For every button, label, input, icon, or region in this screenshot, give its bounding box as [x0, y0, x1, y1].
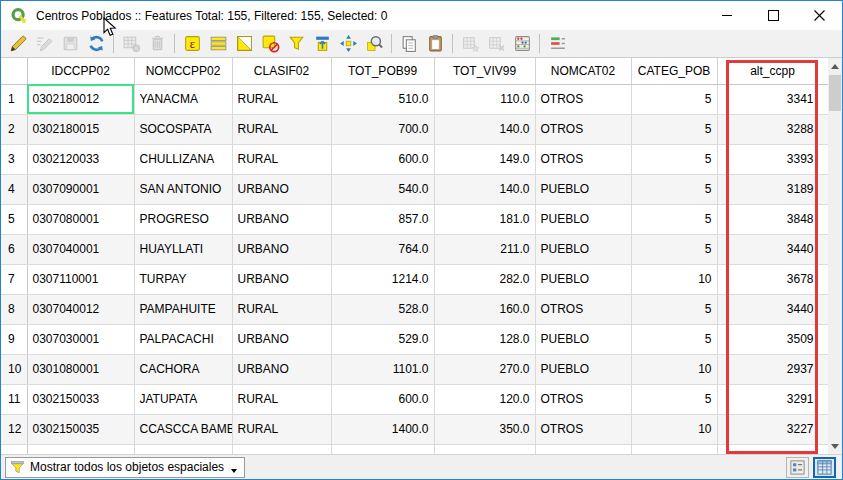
cell[interactable]: 600.0	[331, 144, 434, 174]
cell[interactable]: 3227	[717, 414, 828, 444]
row-number[interactable]: 5	[1, 204, 27, 234]
cell[interactable]: 3848	[717, 204, 828, 234]
cell[interactable]: 1400.0	[331, 414, 434, 444]
cell[interactable]	[717, 444, 828, 454]
cell[interactable]: 0307030001	[27, 324, 134, 354]
cell[interactable]: 140.0	[434, 174, 535, 204]
row-number[interactable]: 10	[1, 354, 27, 384]
cell[interactable]: 857.0	[331, 204, 434, 234]
row-number[interactable]: 2	[1, 114, 27, 144]
cell[interactable]: 1197.0	[331, 444, 434, 454]
cell[interactable]: 0302120033	[27, 144, 134, 174]
cell[interactable]: URBANO	[232, 324, 331, 354]
cell[interactable]: HUAYLLATI	[134, 234, 232, 264]
cell[interactable]: 211.0	[434, 234, 535, 264]
zoom-to-selected-button[interactable]	[361, 32, 387, 56]
filter-select-form-button[interactable]	[283, 32, 309, 56]
cell[interactable]: 0301080001	[27, 354, 134, 384]
cell[interactable]: OTROS	[535, 114, 631, 144]
cell[interactable]: 3440	[717, 294, 828, 324]
row-number[interactable]: 6	[1, 234, 27, 264]
cell[interactable]: 3189	[717, 174, 828, 204]
cell[interactable]: 110.0	[434, 84, 535, 114]
form-view-button[interactable]	[786, 457, 809, 478]
cell[interactable]: 0307080001	[27, 204, 134, 234]
cell[interactable]: OTROS	[535, 384, 631, 414]
feature-filter-button[interactable]: Mostrar todos los objetos espaciales	[5, 457, 245, 478]
cell[interactable]: URBANO	[232, 444, 331, 454]
cell[interactable]: RURAL	[232, 414, 331, 444]
cell[interactable]: 5	[631, 174, 717, 204]
move-selection-top-button[interactable]	[309, 32, 335, 56]
cell[interactable]: 149.0	[434, 144, 535, 174]
cell[interactable]: 0307090001	[27, 174, 134, 204]
cell[interactable]: YANACMA	[134, 84, 232, 114]
cell[interactable]: 529.0	[331, 324, 434, 354]
minimize-button[interactable]	[704, 1, 750, 30]
cell[interactable]: 0302150033	[27, 384, 134, 414]
cell[interactable]: 3678	[717, 264, 828, 294]
column-header-NOMCCPP02[interactable]: NOMCCPP02	[134, 58, 232, 84]
cell[interactable]: 247.0	[434, 444, 535, 454]
cell[interactable]: SAN ANTONIO	[134, 174, 232, 204]
invert-selection-button[interactable]	[231, 32, 257, 56]
cell[interactable]: PUEBLO	[535, 174, 631, 204]
cell[interactable]: 0302180015	[27, 114, 134, 144]
column-header-CLASIF02[interactable]: CLASIF02	[232, 58, 331, 84]
cell[interactable]: 5	[631, 114, 717, 144]
table-view-button[interactable]	[813, 457, 836, 478]
row-number[interactable]: 9	[1, 324, 27, 354]
cell[interactable]: RURAL	[232, 144, 331, 174]
cell[interactable]: OTROS	[535, 144, 631, 174]
cell[interactable]: PROGRESO	[134, 204, 232, 234]
cell[interactable]: PUEBLO	[535, 204, 631, 234]
deselect-all-button[interactable]	[257, 32, 283, 56]
cell[interactable]: RURAL	[232, 294, 331, 324]
cell[interactable]: 5	[631, 294, 717, 324]
cell[interactable]: 3341	[717, 84, 828, 114]
scroll-down-icon[interactable]	[828, 438, 842, 454]
cell[interactable]: 10	[631, 414, 717, 444]
cell[interactable]: 600.0	[331, 384, 434, 414]
pan-to-selected-button[interactable]	[335, 32, 361, 56]
cell[interactable]: 10	[631, 444, 717, 454]
cell[interactable]: 528.0	[331, 294, 434, 324]
select-by-expression-button[interactable]: ε	[179, 32, 205, 56]
cell[interactable]: PUEBLO	[535, 264, 631, 294]
toggle-editing-button[interactable]	[5, 32, 31, 56]
cell[interactable]: 3393	[717, 144, 828, 174]
column-header-TOT_VIV99[interactable]: TOT_VIV99	[434, 58, 535, 84]
cell[interactable]: RURAL	[232, 84, 331, 114]
cell[interactable]: PUEBLO	[535, 324, 631, 354]
cell[interactable]: 140.0	[434, 114, 535, 144]
cell[interactable]: RURAL	[232, 384, 331, 414]
cell[interactable]: PALPACACHI	[134, 324, 232, 354]
cell[interactable]: 0307040012	[27, 294, 134, 324]
close-button[interactable]	[796, 1, 842, 30]
cell[interactable]: SOCOSPATA	[134, 114, 232, 144]
cell[interactable]: 0301050001	[27, 444, 134, 454]
cell[interactable]: URBANO	[232, 204, 331, 234]
cell[interactable]: 3440	[717, 234, 828, 264]
current-cell[interactable]: 0302180012	[27, 84, 134, 114]
cell[interactable]: TURPAY	[134, 264, 232, 294]
cell[interactable]: 0307110001	[27, 264, 134, 294]
cell[interactable]: 350.0	[434, 414, 535, 444]
cell[interactable]: 3291	[717, 384, 828, 414]
cell[interactable]: PAMPAHUITE	[134, 294, 232, 324]
cell[interactable]: 10	[631, 354, 717, 384]
cell[interactable]: OTROS	[535, 84, 631, 114]
cell[interactable]: 5	[631, 234, 717, 264]
row-number[interactable]: 7	[1, 264, 27, 294]
scroll-up-icon[interactable]	[828, 58, 842, 74]
row-number[interactable]: 12	[1, 414, 27, 444]
cell[interactable]: 3509	[717, 324, 828, 354]
cell[interactable]: PUEBLO	[535, 444, 631, 454]
cell[interactable]: OTROS	[535, 414, 631, 444]
row-number[interactable]: 4	[1, 174, 27, 204]
cell[interactable]: CHULLIZANA	[134, 144, 232, 174]
cell[interactable]: PUEBLO	[535, 354, 631, 384]
cell[interactable]: URBANO	[232, 234, 331, 264]
cell[interactable]: URBANO	[232, 354, 331, 384]
cell[interactable]: 0302150035	[27, 414, 134, 444]
